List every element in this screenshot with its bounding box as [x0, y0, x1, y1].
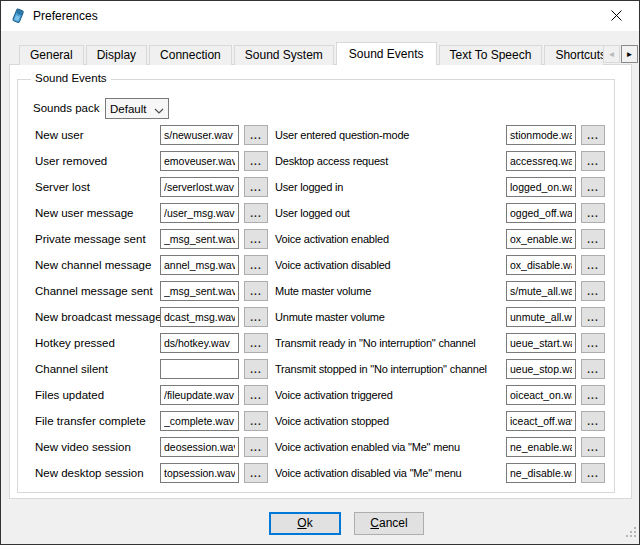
sound-file-input[interactable]	[506, 203, 576, 223]
sound-file-input[interactable]	[160, 281, 239, 301]
sound-events-column-left: New user ... User removed ... Server los…	[35, 125, 269, 489]
sound-event-row: User logged out ...	[275, 203, 605, 223]
sound-file-input[interactable]	[160, 307, 239, 327]
ok-button[interactable]: Ok	[269, 512, 341, 535]
sound-file-input[interactable]	[506, 411, 576, 431]
browse-button[interactable]: ...	[244, 463, 268, 483]
tab-label: Shortcuts	[555, 48, 603, 62]
teamtalk-logo-icon	[10, 8, 26, 24]
close-button[interactable]	[594, 1, 639, 31]
sound-event-row: Server lost ...	[35, 177, 269, 197]
browse-button[interactable]: ...	[581, 255, 605, 275]
sound-event-label: New broadcast message	[35, 311, 162, 323]
sound-file-input[interactable]	[506, 385, 576, 405]
tab-sound-system[interactable]: Sound System	[234, 45, 334, 65]
browse-button[interactable]: ...	[244, 151, 268, 171]
tab-general[interactable]: General	[19, 45, 84, 65]
sound-event-row: Hotkey pressed ...	[35, 333, 269, 353]
tab-connection[interactable]: Connection	[149, 45, 232, 65]
browse-button[interactable]: ...	[581, 359, 605, 379]
browse-button[interactable]: ...	[581, 333, 605, 353]
sound-file-input[interactable]	[160, 333, 239, 353]
sound-file-input[interactable]	[160, 437, 239, 457]
sound-file-input[interactable]	[160, 229, 239, 249]
browse-button[interactable]: ...	[581, 177, 605, 197]
sound-file-input[interactable]	[506, 333, 576, 353]
browse-button[interactable]: ...	[244, 333, 268, 353]
tab-bar: General Display Connection Sound System …	[19, 42, 603, 65]
browse-button[interactable]: ...	[244, 385, 268, 405]
browse-button[interactable]: ...	[581, 203, 605, 223]
tab-display[interactable]: Display	[86, 45, 147, 65]
sound-event-label: Private message sent	[35, 233, 146, 245]
browse-button[interactable]: ...	[244, 203, 268, 223]
sound-file-input[interactable]	[160, 385, 239, 405]
sound-event-label: New user message	[35, 207, 133, 219]
sound-file-input[interactable]	[160, 177, 239, 197]
sound-file-input[interactable]	[506, 463, 576, 483]
browse-button[interactable]: ...	[581, 281, 605, 301]
sound-event-row: Voice activation enabled via "Me" menu .…	[275, 437, 605, 457]
browse-button[interactable]: ...	[244, 281, 268, 301]
resize-grip-icon[interactable]	[625, 524, 637, 542]
close-icon	[611, 7, 622, 25]
sound-file-input[interactable]	[160, 151, 239, 171]
browse-button[interactable]: ...	[244, 411, 268, 431]
browse-button[interactable]: ...	[244, 359, 268, 379]
tab-scroll-right-button[interactable]: ►	[621, 45, 638, 63]
sound-file-input[interactable]	[160, 255, 239, 275]
sound-event-row: Channel message sent ...	[35, 281, 269, 301]
sound-file-input[interactable]	[506, 177, 576, 197]
tab-shortcuts[interactable]: Shortcuts	[544, 45, 603, 65]
browse-button[interactable]: ...	[581, 151, 605, 171]
sound-event-row: Voice activation enabled ...	[275, 229, 605, 249]
browse-button[interactable]: ...	[244, 177, 268, 197]
sound-file-input[interactable]	[160, 411, 239, 431]
browse-button[interactable]: ...	[244, 255, 268, 275]
sound-event-row: Channel silent ...	[35, 359, 269, 379]
browse-button[interactable]: ...	[581, 125, 605, 145]
tab-sound-events[interactable]: Sound Events	[336, 42, 437, 65]
sounds-pack-select[interactable]: Default	[105, 98, 169, 119]
sound-file-input[interactable]	[506, 255, 576, 275]
sound-event-label: Desktop access request	[275, 155, 388, 167]
sound-file-input[interactable]	[506, 359, 576, 379]
browse-button[interactable]: ...	[581, 437, 605, 457]
browse-button[interactable]: ...	[581, 385, 605, 405]
browse-button[interactable]: ...	[244, 125, 268, 145]
sound-event-row: Voice activation disabled ...	[275, 255, 605, 275]
sound-event-row: Voice activation disabled via "Me" menu …	[275, 463, 605, 483]
cancel-button[interactable]: Cancel	[354, 512, 424, 535]
sound-file-input[interactable]	[160, 359, 239, 379]
sound-event-label: User logged in	[275, 181, 343, 193]
tab-label: Display	[97, 48, 136, 62]
browse-button[interactable]: ...	[581, 307, 605, 327]
tab-scroll-buttons: ◄ ►	[602, 45, 638, 63]
browse-button[interactable]: ...	[244, 307, 268, 327]
sound-file-input[interactable]	[160, 125, 239, 145]
browse-button[interactable]: ...	[244, 437, 268, 457]
sound-event-label: File transfer complete	[35, 415, 146, 427]
sound-event-row: Desktop access request ...	[275, 151, 605, 171]
browse-button[interactable]: ...	[581, 463, 605, 483]
tab-text-to-speech[interactable]: Text To Speech	[439, 45, 543, 65]
sound-event-label: Transmit stopped in "No interruption" ch…	[275, 363, 487, 375]
browse-button[interactable]: ...	[581, 229, 605, 249]
sound-event-row: New user ...	[35, 125, 269, 145]
browse-button[interactable]: ...	[581, 411, 605, 431]
sound-file-input[interactable]	[506, 281, 576, 301]
sound-file-input[interactable]	[506, 151, 576, 171]
sound-file-input[interactable]	[506, 437, 576, 457]
sound-event-label: Channel message sent	[35, 285, 153, 297]
browse-button[interactable]: ...	[244, 229, 268, 249]
tab-scroll-left-button[interactable]: ◄	[603, 45, 620, 63]
sound-event-row: Mute master volume ...	[275, 281, 605, 301]
sound-file-input[interactable]	[160, 203, 239, 223]
sound-file-input[interactable]	[160, 463, 239, 483]
sound-file-input[interactable]	[506, 229, 576, 249]
sounds-pack-label: Sounds pack	[33, 102, 100, 114]
sound-file-input[interactable]	[506, 125, 576, 145]
sound-event-label: New desktop session	[35, 467, 144, 479]
sound-file-input[interactable]	[506, 307, 576, 327]
group-title: Sound Events	[31, 72, 111, 84]
